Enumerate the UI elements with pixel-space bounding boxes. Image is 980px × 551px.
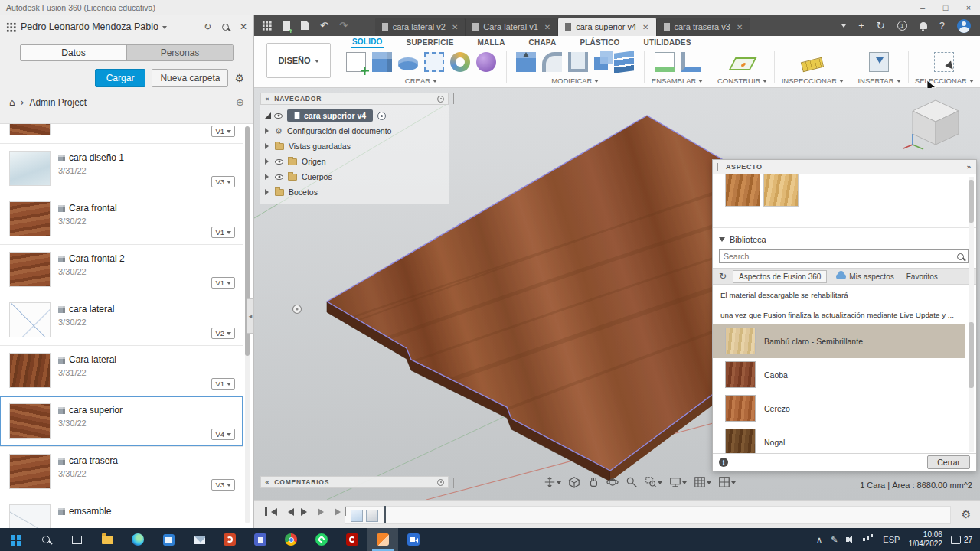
tree-node[interactable]: Bocetos — [260, 184, 449, 200]
pin-icon[interactable] — [437, 96, 444, 103]
taskbar-search-icon[interactable] — [31, 528, 61, 551]
view-cube[interactable] — [900, 94, 965, 151]
offset-face-icon[interactable] — [614, 51, 634, 73]
tab-list-chevron-icon[interactable] — [841, 24, 846, 30]
insert-icon[interactable] — [869, 52, 889, 72]
globe-icon[interactable]: ⊕ — [236, 96, 244, 108]
mail-icon[interactable] — [184, 528, 214, 551]
zoom-window-icon[interactable] — [645, 476, 662, 488]
tab-my-appearances[interactable]: Mis aspectos — [833, 271, 897, 282]
tree-node[interactable]: Cuerpos — [260, 169, 449, 184]
help-icon[interactable]: ? — [939, 20, 945, 31]
version-badge[interactable]: V4 — [211, 429, 235, 440]
group-label[interactable]: SELECCIONAR — [915, 77, 974, 85]
version-badge[interactable]: V3 — [211, 176, 235, 187]
undo-icon[interactable]: ↶ — [320, 20, 328, 31]
create-sketch-icon[interactable] — [346, 52, 366, 72]
timeline-feature-extrude[interactable] — [366, 510, 378, 522]
timeline-settings-gear-icon[interactable]: ⚙ — [961, 508, 971, 520]
list-item[interactable]: cara trasera 3/30/22 V3 — [0, 447, 243, 497]
list-item[interactable]: cara diseño 1 3/31/22 V3 — [0, 144, 243, 194]
orbit-icon[interactable] — [606, 476, 619, 488]
version-badge[interactable]: V1 — [211, 277, 235, 289]
material-row[interactable]: Nogal — [713, 425, 965, 454]
group-label[interactable]: INSPECCIONAR — [782, 77, 844, 85]
teams-icon[interactable] — [245, 528, 276, 551]
appearance-dialog-header[interactable]: ASPECTO » — [713, 160, 976, 174]
workspace-selector[interactable]: DISEÑO — [266, 43, 331, 78]
list-item-selected[interactable]: cara superior 3/30/22 V4 — [0, 396, 243, 447]
search-icon[interactable] — [222, 24, 229, 31]
tab-solido[interactable]: SOLIDO — [351, 37, 384, 48]
box-tool-icon[interactable] — [372, 52, 392, 72]
activate-component-radio[interactable] — [377, 112, 386, 120]
pan-hand-icon[interactable] — [587, 476, 599, 488]
go-to-end-icon[interactable] — [335, 507, 347, 516]
press-pull-icon[interactable] — [516, 52, 536, 72]
action-center-icon[interactable]: 27 — [951, 536, 972, 544]
panel-grip[interactable] — [453, 478, 456, 488]
construction-plane-icon[interactable] — [728, 57, 756, 70]
select-tool-icon[interactable] — [934, 52, 954, 72]
whatsapp-icon[interactable] — [306, 528, 337, 551]
version-badge[interactable]: V2 — [211, 328, 235, 339]
tab-close-icon[interactable]: ✕ — [737, 23, 743, 31]
presence-count-icon[interactable]: 1 — [897, 21, 907, 31]
panel-close-icon[interactable]: ✕ — [240, 21, 247, 32]
expand-icon[interactable] — [265, 189, 272, 195]
tab-fusion-appearances[interactable]: Aspectos de Fusion 360 — [733, 270, 827, 283]
expand-icon[interactable] — [265, 112, 271, 119]
expand-icon[interactable] — [265, 128, 272, 134]
task-view-icon[interactable] — [61, 528, 92, 551]
visibility-eye-icon[interactable] — [274, 113, 283, 119]
document-tab[interactable]: cara lateral v2 ✕ — [375, 18, 466, 36]
panel-grip[interactable] — [453, 93, 456, 104]
grid-settings-icon[interactable] — [694, 476, 711, 488]
display-settings-icon[interactable] — [669, 476, 687, 488]
maximize-button[interactable]: □ — [934, 0, 957, 15]
tab-utilidades[interactable]: UTILIDADES — [642, 37, 693, 47]
camera-app-icon[interactable] — [398, 528, 429, 551]
tree-node[interactable]: Vistas guardadas — [260, 139, 449, 154]
save-icon[interactable] — [301, 21, 309, 30]
new-design-icon[interactable] — [283, 21, 290, 31]
list-item[interactable]: 3/11/22 V1 — [0, 124, 243, 144]
refresh-icon[interactable]: ↻ — [204, 21, 211, 32]
version-badge[interactable]: V3 — [211, 479, 235, 491]
pattern-tool-icon[interactable] — [424, 52, 444, 72]
group-label[interactable]: INSERTAR — [858, 77, 900, 85]
close-button[interactable]: × — [957, 0, 980, 15]
tree-node[interactable]: ⚙ Configuración del documento — [260, 123, 449, 139]
group-label[interactable]: ENSAMBLAR — [652, 77, 704, 85]
browser-panel-header[interactable]: « NAVEGADOR — [260, 93, 449, 105]
app-grid-icon[interactable] — [6, 22, 16, 32]
job-status-icon[interactable]: ↻ — [877, 20, 885, 31]
expand-icon[interactable] — [265, 174, 272, 180]
joint-icon[interactable] — [681, 52, 701, 72]
coil-tool-icon[interactable] — [450, 52, 470, 72]
play-icon[interactable] — [301, 508, 311, 516]
chrome-icon[interactable] — [276, 528, 306, 551]
tree-root-row[interactable]: cara superior v4 — [260, 108, 449, 123]
tab-datos[interactable]: Datos — [21, 45, 126, 60]
group-label[interactable]: MODIFICAR — [551, 77, 599, 85]
home-icon[interactable]: ⌂ — [9, 97, 15, 108]
step-forward-icon[interactable] — [318, 508, 328, 516]
group-label[interactable]: CREAR — [405, 77, 437, 85]
avatar[interactable] — [957, 19, 971, 33]
timeline-track[interactable] — [345, 506, 951, 524]
version-badge[interactable]: V1 — [211, 227, 235, 238]
tab-close-icon[interactable]: ✕ — [452, 23, 458, 31]
start-button[interactable] — [0, 528, 31, 551]
measure-icon[interactable] — [801, 57, 824, 72]
appearance-search-box[interactable] — [719, 249, 969, 263]
timeline-feature-sketch[interactable] — [351, 510, 363, 522]
combine-icon[interactable] — [594, 57, 608, 70]
network-icon[interactable] — [863, 538, 865, 541]
visibility-eye-icon[interactable] — [275, 174, 283, 180]
appearance-thumbnail[interactable] — [763, 174, 799, 207]
collapse-icon[interactable]: « — [265, 95, 270, 103]
material-row[interactable]: Cerezo — [713, 392, 965, 425]
tab-superficie[interactable]: SUPERFICIE — [405, 37, 456, 47]
new-component-icon[interactable] — [655, 52, 675, 72]
